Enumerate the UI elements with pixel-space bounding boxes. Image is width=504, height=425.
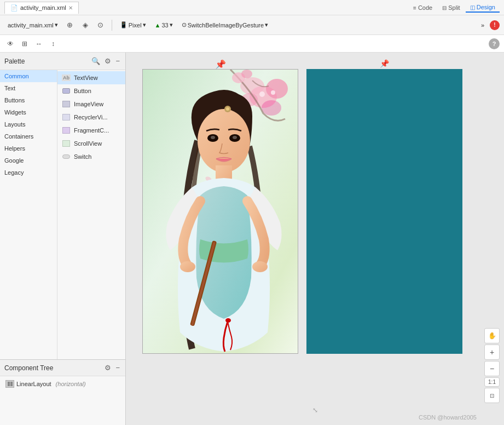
- scrollview-icon: [62, 139, 71, 148]
- palette-categories: Common Text Buttons Widgets Layouts Cont…: [0, 70, 57, 359]
- device-frame-2: 📌: [306, 69, 462, 354]
- mode-btn[interactable]: ◈: [79, 19, 92, 32]
- svg-point-9: [241, 70, 252, 78]
- sidebar-item-google[interactable]: Google: [0, 154, 57, 166]
- sidebar-item-layouts[interactable]: Layouts: [0, 118, 57, 130]
- palette-title: Palette: [4, 58, 25, 65]
- canvas-area[interactable]: 📌: [126, 53, 504, 425]
- svg-point-7: [271, 90, 275, 95]
- imageview-icon: [62, 100, 71, 108]
- sidebar-item-containers[interactable]: Containers: [0, 130, 57, 142]
- error-badge[interactable]: !: [490, 20, 500, 30]
- hand-tool-btn[interactable]: ✋: [484, 328, 500, 343]
- android-icon: ▲: [155, 22, 161, 28]
- dropdown-icon-3: ▾: [170, 21, 173, 28]
- title-bar: 📄 activity_main.xml ✕ ≡ Code ⊟ Split ◫ D…: [0, 0, 504, 15]
- widget-scrollview[interactable]: ScrollView: [57, 137, 125, 150]
- sidebar-item-widgets[interactable]: Widgets: [0, 106, 57, 118]
- toolbar-right: » !: [478, 20, 500, 30]
- watermark: CSDN @howard2005: [419, 414, 477, 421]
- svg-point-6: [259, 91, 265, 97]
- split-btn[interactable]: ⊟ Split: [438, 3, 464, 12]
- app-icon: ⊙: [182, 21, 187, 28]
- palette-settings-icon[interactable]: ⚙: [103, 56, 112, 66]
- svg-point-13: [198, 109, 250, 173]
- phone2-indicator: 📌: [380, 59, 389, 68]
- widget-recyclerview[interactable]: RecyclerVi...: [57, 111, 125, 124]
- zoom-label: 1:1: [484, 377, 500, 387]
- palette-content: Common Text Buttons Widgets Layouts Cont…: [0, 70, 125, 359]
- sidebar-item-buttons[interactable]: Buttons: [0, 94, 57, 106]
- separator-1: [112, 20, 112, 31]
- design-icon: ◫: [470, 4, 475, 10]
- zoom-controls: ✋ + − 1:1 ⊡: [484, 328, 500, 403]
- linearlayout-icon: [5, 380, 14, 388]
- design-btn[interactable]: ◫ Design: [466, 3, 500, 13]
- svg-point-25: [225, 318, 231, 323]
- svg-point-4: [262, 100, 281, 116]
- palette-search-icon[interactable]: 🔍: [90, 56, 101, 66]
- svg-point-20: [226, 107, 229, 111]
- eye-btn[interactable]: 👁: [4, 38, 16, 50]
- code-icon: ≡: [413, 5, 416, 11]
- tree-settings-icon[interactable]: ⚙: [103, 363, 112, 373]
- orientation-btn[interactable]: ⊕: [63, 19, 77, 32]
- main-layout: Palette 🔍 ⚙ − Common Text Buttons W: [0, 53, 504, 425]
- zoom-out-btn[interactable]: −: [484, 361, 500, 376]
- tab-close-icon[interactable]: ✕: [68, 5, 73, 11]
- textview-icon: Ab: [62, 73, 71, 82]
- phone-image-1: [143, 70, 298, 353]
- left-panel: Palette 🔍 ⚙ − Common Text Buttons W: [0, 53, 126, 425]
- arrow-left-btn[interactable]: ↔: [33, 38, 45, 50]
- device-selector[interactable]: 📱 Pixel ▾: [117, 20, 149, 30]
- phone-icon: 📱: [120, 21, 128, 28]
- widget-imageview[interactable]: ImageView: [57, 97, 125, 111]
- file-tab[interactable]: 📄 activity_main.xml ✕: [4, 2, 79, 14]
- widget-fragment[interactable]: FragmentC...: [57, 124, 125, 137]
- svg-point-22: [252, 261, 268, 272]
- more-btn[interactable]: »: [478, 20, 488, 30]
- widget-button[interactable]: Button: [57, 84, 125, 97]
- sidebar-item-legacy[interactable]: Legacy: [0, 166, 57, 179]
- tree-icons: ⚙ −: [103, 363, 121, 373]
- grid-btn[interactable]: ⊞: [19, 38, 31, 50]
- phone1-indicator: 📌: [215, 59, 226, 70]
- tree-item-linearlayout[interactable]: LinearLayout (horizontal): [2, 378, 123, 389]
- widget-switch[interactable]: Switch: [57, 150, 125, 163]
- sub-toolbar: 👁 ⊞ ↔ ↕ ?: [0, 35, 504, 53]
- palette-header-icons: 🔍 ⚙ −: [90, 56, 121, 66]
- zoom-fit-btn[interactable]: ⊙: [94, 19, 107, 32]
- palette-minimize-icon[interactable]: −: [114, 56, 121, 66]
- svg-point-18: [233, 136, 237, 139]
- tree-header: Component Tree ⚙ −: [0, 360, 125, 376]
- dropdown-icon: ▾: [55, 21, 58, 28]
- sidebar-item-helpers[interactable]: Helpers: [0, 142, 57, 154]
- tree-minimize-icon[interactable]: −: [114, 363, 121, 373]
- sidebar-item-common[interactable]: Common: [0, 70, 57, 82]
- fit-screen-btn[interactable]: ⊡: [484, 388, 500, 403]
- api-selector[interactable]: ▲ 33 ▾: [152, 20, 176, 30]
- zoom-in-btn[interactable]: +: [484, 344, 500, 360]
- tab-label: activity_main.xml: [20, 4, 66, 11]
- component-tree: Component Tree ⚙ − LinearLayout (horizon…: [0, 359, 125, 425]
- svg-point-21: [180, 261, 195, 272]
- svg-point-17: [211, 136, 215, 139]
- widget-textview[interactable]: Ab TextView: [57, 71, 125, 84]
- arrow-up-btn[interactable]: ↕: [47, 38, 59, 50]
- app-selector[interactable]: ⊙ SwitchBelleImageByGesture ▾: [178, 20, 271, 30]
- dropdown-icon-4: ▾: [265, 21, 268, 28]
- file-selector[interactable]: activity_main.xml ▾: [4, 20, 61, 30]
- device-frame-1: 📌: [142, 69, 298, 354]
- help-btn[interactable]: ?: [489, 38, 500, 49]
- switch-icon: [62, 152, 71, 161]
- sidebar-item-text[interactable]: Text: [0, 82, 57, 94]
- main-toolbar: activity_main.xml ▾ ⊕ ◈ ⊙ 📱 Pixel ▾ ▲ 33…: [0, 15, 504, 35]
- recyclerview-icon: [62, 113, 71, 122]
- palette-widgets: Ab TextView Button ImageView: [57, 70, 125, 359]
- teal-panel: [306, 69, 462, 354]
- file-icon: 📄: [10, 4, 18, 12]
- view-mode-buttons: ≡ Code ⊟ Split ◫ Design: [409, 3, 500, 13]
- code-btn[interactable]: ≡ Code: [409, 3, 437, 12]
- tree-content: LinearLayout (horizontal): [0, 376, 125, 425]
- resize-handle[interactable]: ⤡: [312, 406, 318, 414]
